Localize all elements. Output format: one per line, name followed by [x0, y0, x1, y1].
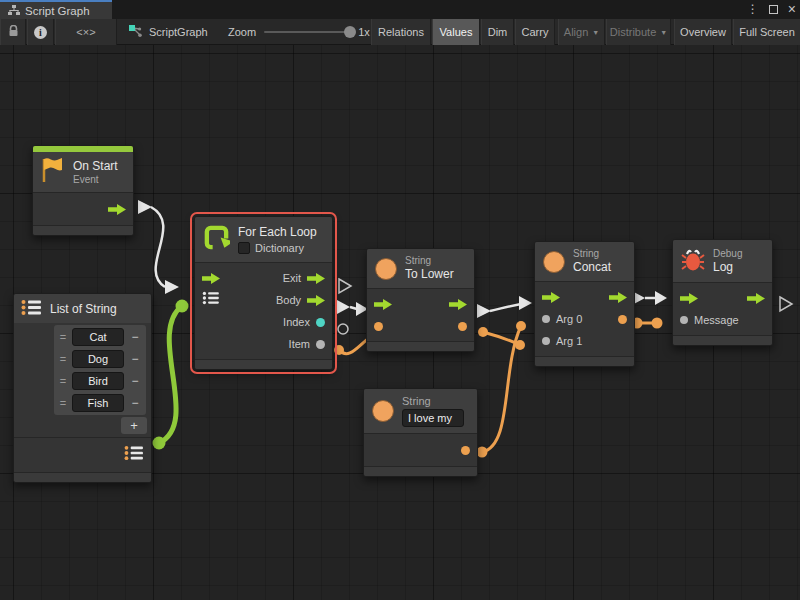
code-view-button[interactable]: <×> [55, 19, 117, 45]
wire-endpoint-dot[interactable] [153, 437, 166, 450]
list-output-port[interactable] [124, 445, 144, 465]
item-output-port[interactable] [316, 340, 325, 349]
list-input-port[interactable] [202, 291, 220, 309]
exit-output-port[interactable] [307, 273, 325, 284]
wire-endpoint-dot[interactable] [477, 447, 488, 458]
wire-endpoint-dot[interactable] [516, 321, 526, 331]
string-type-icon [543, 251, 565, 273]
result-output-port[interactable] [618, 315, 627, 324]
flow-input-port[interactable] [374, 299, 392, 310]
node-subtitle: Debug [713, 248, 742, 260]
relations-button[interactable]: Relations [371, 19, 431, 45]
message-input-port[interactable] [680, 316, 688, 324]
drag-handle-icon[interactable]: = [58, 397, 68, 409]
carry-button[interactable]: Carry [515, 19, 555, 45]
remove-item-button[interactable]: − [128, 352, 142, 366]
graph-reference[interactable]: ScriptGraph [128, 19, 208, 45]
zoom-slider[interactable] [264, 31, 350, 33]
window-menu-icon[interactable]: ⋮ [747, 0, 759, 19]
remove-item-button[interactable]: − [128, 330, 142, 344]
bug-icon [681, 246, 705, 276]
remove-item-button[interactable]: − [128, 374, 142, 388]
drag-handle-icon[interactable]: = [58, 375, 68, 387]
wire-start-triangle[interactable] [477, 304, 491, 318]
port-label-body: Body [276, 294, 301, 306]
zoom-value: 1x [358, 26, 370, 38]
string-type-icon [372, 400, 394, 422]
flow-output-port[interactable] [108, 204, 126, 215]
lock-button[interactable] [0, 19, 26, 45]
align-button[interactable]: Align▼ [558, 19, 605, 45]
values-button[interactable]: Values [432, 19, 480, 45]
wire-end-triangle[interactable] [165, 280, 179, 294]
drag-handle-icon[interactable]: = [58, 353, 68, 365]
list-item-row: = Fish − [54, 392, 146, 414]
node-footer [673, 335, 772, 345]
dim-button[interactable]: Dim [481, 19, 514, 45]
flow-output-port[interactable] [747, 293, 765, 304]
list-item-row: = Dog − [54, 348, 146, 370]
wire-endpoint-dot[interactable] [652, 318, 663, 329]
wire-endpoint-dot[interactable] [176, 300, 189, 313]
node-concat[interactable]: String Concat Arg 0 Arg 1 [534, 241, 635, 367]
flow-output-port[interactable] [609, 292, 627, 303]
remove-item-button[interactable]: − [128, 396, 142, 410]
wire-endpoint-dot[interactable] [478, 327, 488, 337]
flow-output-port[interactable] [449, 299, 467, 310]
flow-input-port[interactable] [680, 293, 698, 304]
unconnected-flow-marker-exit[interactable] [339, 279, 351, 293]
list-item-field[interactable]: Fish [72, 394, 124, 412]
list-item-field[interactable]: Dog [72, 350, 124, 368]
node-for-each-loop[interactable]: For Each Loop Dictionary Exit Body [194, 216, 333, 370]
flow-input-port[interactable] [542, 292, 560, 303]
wire-end-triangle[interactable] [519, 296, 532, 310]
node-to-lower[interactable]: String To Lower [366, 248, 475, 352]
wire-tolower-concat[interactable] [490, 304, 521, 311]
close-icon[interactable]: × [788, 0, 796, 19]
port-label-index: Index [283, 316, 310, 328]
arg0-input-port[interactable] [542, 315, 550, 323]
node-subtitle: String [573, 248, 611, 260]
drag-handle-icon[interactable]: = [58, 331, 68, 343]
arg1-input-port[interactable] [542, 337, 550, 345]
unconnected-value-marker-index[interactable] [338, 324, 348, 334]
graph-canvas[interactable]: On Start Event List of String = Cat − [0, 45, 800, 600]
string-value-input[interactable] [402, 409, 464, 427]
body-output-port[interactable] [307, 295, 325, 306]
fullscreen-button[interactable]: Full Screen [733, 19, 800, 45]
unconnected-flow-marker-log[interactable] [780, 297, 792, 311]
string-output-port[interactable] [461, 446, 470, 455]
align-label: Align [564, 26, 588, 38]
distribute-button[interactable]: Distribute▼ [606, 19, 671, 45]
list-item-field[interactable]: Cat [72, 328, 124, 346]
wire-start-triangle[interactable] [138, 200, 152, 214]
node-list-of-string[interactable]: List of String = Cat − = Dog − = Bird − … [13, 293, 152, 483]
tab-script-graph[interactable]: Script Graph [0, 0, 112, 19]
flow-input-port[interactable] [202, 273, 220, 284]
wire-onstart-foreach[interactable] [151, 207, 165, 287]
wire-literal-arg0[interactable] [482, 326, 521, 452]
add-item-button[interactable]: + [121, 417, 147, 434]
distribute-label: Distribute [610, 26, 656, 38]
wire-endpoint-dot[interactable] [334, 345, 344, 355]
zoom-slider-handle[interactable] [344, 26, 356, 38]
inspect-button[interactable]: i [27, 19, 54, 45]
zoom-label: Zoom [228, 26, 256, 38]
port-label-arg1: Arg 1 [556, 335, 582, 347]
wire-end-triangle[interactable] [655, 291, 667, 305]
string-input-port[interactable] [374, 322, 383, 331]
wire-start-triangle[interactable] [337, 300, 350, 314]
node-string-literal[interactable]: String [363, 388, 478, 477]
node-debug-log[interactable]: Debug Log Message [672, 239, 773, 346]
overview-button[interactable]: Overview [674, 19, 732, 45]
wire-list-foreach[interactable] [159, 306, 182, 443]
node-on-start[interactable]: On Start Event [32, 145, 134, 236]
list-item-field[interactable]: Bird [72, 372, 124, 390]
index-output-port[interactable] [316, 318, 325, 327]
string-output-port[interactable] [458, 322, 467, 331]
script-graph-icon [128, 24, 143, 40]
maximize-icon[interactable] [769, 5, 778, 14]
dictionary-checkbox[interactable] [238, 242, 250, 254]
node-footer [364, 466, 477, 476]
wire-body-tolower[interactable] [350, 307, 357, 309]
